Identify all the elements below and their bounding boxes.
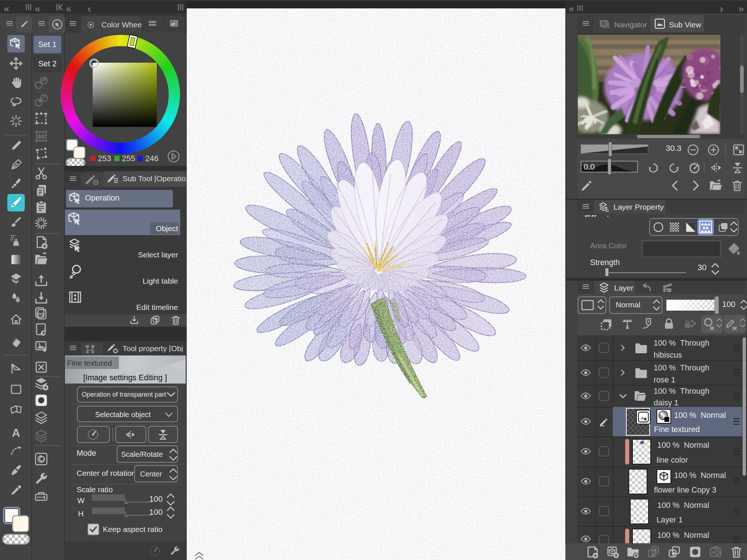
svg-text:png: png [36,311,44,316]
svg-text:A: A [12,426,20,439]
